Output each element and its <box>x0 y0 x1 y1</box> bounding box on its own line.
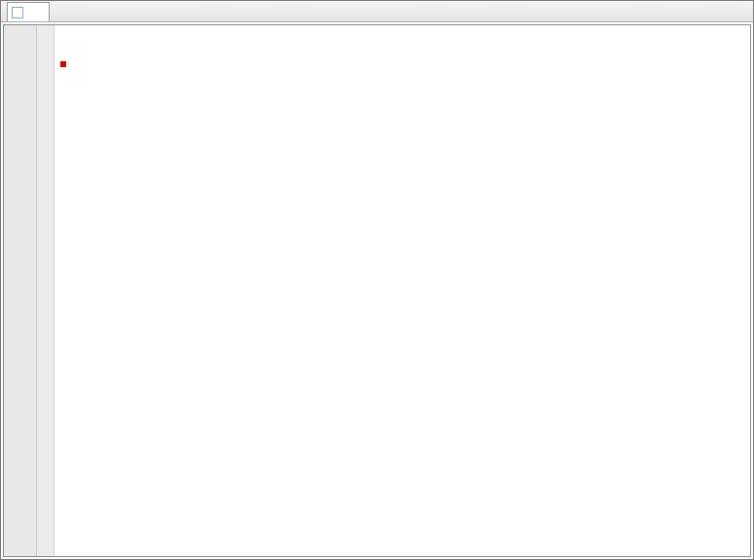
fold-gutter[interactable] <box>37 25 54 556</box>
editor-window <box>0 0 754 560</box>
tabbar <box>1 1 753 22</box>
file-tab[interactable] <box>7 2 50 21</box>
highlight-box <box>60 61 66 67</box>
file-icon <box>12 7 23 18</box>
code-content[interactable] <box>54 25 750 556</box>
editor-area[interactable] <box>3 24 751 557</box>
close-icon[interactable] <box>33 8 43 18</box>
line-number-gutter <box>4 25 37 556</box>
